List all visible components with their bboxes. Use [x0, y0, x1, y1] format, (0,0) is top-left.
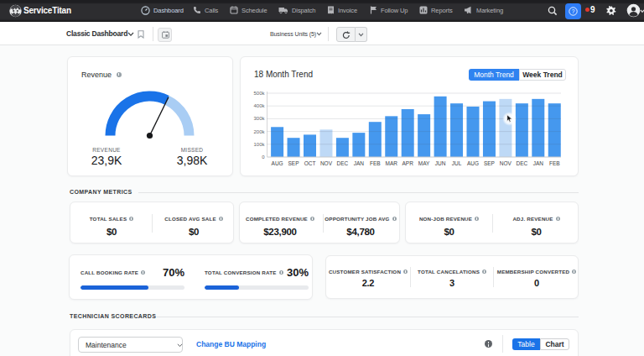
svg-text:DEC: DEC: [337, 160, 349, 166]
svg-text:200k: 200k: [253, 129, 265, 134]
svg-text:SEP: SEP: [484, 160, 495, 166]
svg-text:500k: 500k: [253, 91, 265, 96]
svg-text:NOV: NOV: [320, 160, 333, 166]
svg-text:FEB: FEB: [370, 160, 381, 166]
svg-text:?: ?: [572, 8, 575, 13]
svg-text:NOV: NOV: [500, 160, 512, 166]
svg-text:400k: 400k: [253, 103, 265, 108]
svg-text:0: 0: [262, 154, 265, 160]
svg-text:JUL: JUL: [452, 160, 462, 166]
svg-text:OCT: OCT: [304, 160, 316, 166]
svg-text:AUG: AUG: [272, 160, 283, 166]
svg-text:JAN: JAN: [533, 160, 544, 166]
svg-text:300k: 300k: [253, 116, 265, 121]
svg-text:JAN: JAN: [354, 160, 365, 166]
svg-text:MAY: MAY: [418, 160, 430, 166]
svg-text:DEC: DEC: [516, 160, 527, 166]
svg-text:FEB: FEB: [549, 160, 560, 166]
svg-text:MAR: MAR: [386, 160, 398, 166]
svg-text:APR: APR: [402, 160, 414, 166]
svg-text:100k: 100k: [253, 142, 265, 147]
svg-text:JUN: JUN: [435, 160, 446, 166]
svg-text:AUG: AUG: [467, 160, 479, 166]
svg-text:SEP: SEP: [288, 160, 299, 166]
